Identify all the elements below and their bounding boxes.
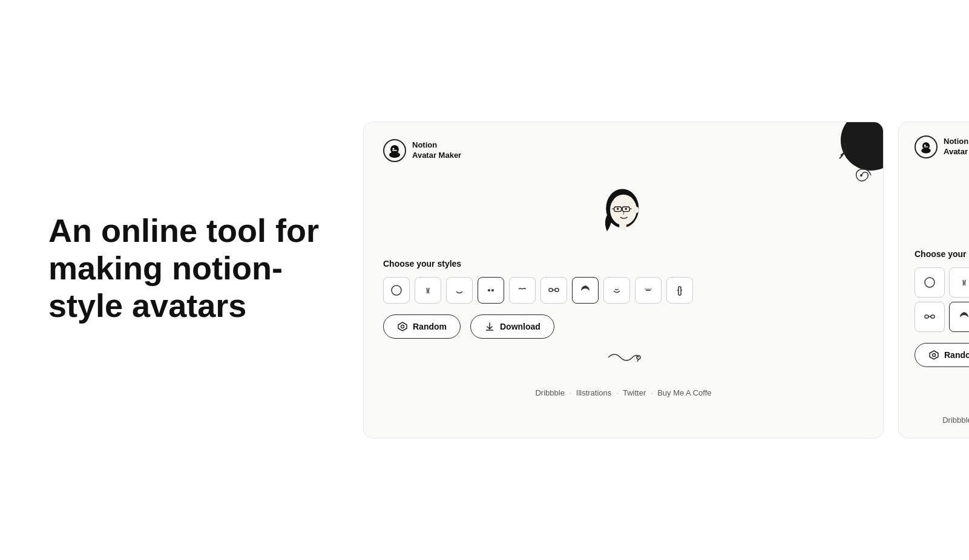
svg-point-0 (841, 122, 883, 171)
style-btn-s-nose[interactable] (949, 267, 969, 298)
svg-point-17 (392, 285, 401, 295)
svg-rect-38 (924, 146, 928, 147)
avatar-display-small (915, 177, 969, 237)
svg-marker-61 (930, 351, 938, 359)
style-btn-mouth[interactable] (446, 277, 473, 304)
svg-rect-53 (925, 315, 928, 318)
styles-label-large: Choose your styles (383, 259, 864, 269)
style-btn-smile[interactable] (603, 277, 630, 304)
random-icon-large (397, 321, 408, 332)
svg-rect-16 (619, 224, 626, 230)
logo-icon-large (383, 139, 406, 162)
footer-illustrations-large[interactable]: Illstrations (576, 388, 612, 397)
avatar-svg-large (590, 180, 657, 247)
swirl-deco-bottom-large (383, 348, 864, 366)
style-btn-nose[interactable] (415, 277, 441, 304)
random-btn-label-small: Random (944, 350, 969, 360)
style-btn-glasses[interactable] (540, 277, 567, 304)
style-btn-ears[interactable] (635, 277, 662, 304)
svg-rect-54 (931, 315, 935, 318)
random-button-large[interactable]: Random (383, 314, 461, 339)
svg-point-1 (860, 174, 862, 177)
footer-large: Dribbble · Illstrations · Twitter · Buy … (383, 388, 864, 397)
card-header-large: Notion Avatar Maker (383, 139, 864, 162)
svg-point-36 (921, 148, 931, 154)
svg-line-32 (637, 359, 639, 362)
svg-rect-20 (549, 288, 553, 291)
action-row-small: Random Download (915, 343, 969, 367)
footer-twitter-large[interactable]: Twitter (623, 388, 646, 397)
svg-point-18 (488, 289, 490, 291)
random-button-small[interactable]: Random (915, 343, 969, 367)
headline-line2: making notion-style avatars (48, 250, 283, 324)
svg-point-37 (924, 145, 926, 146)
svg-marker-28 (398, 322, 407, 331)
large-mockup-card: Notion Avatar Maker (363, 122, 884, 438)
svg-point-62 (933, 354, 936, 357)
styles-label-small: Choose your styles (915, 249, 969, 259)
style-btn-eyebrows[interactable] (509, 277, 536, 304)
action-row-large: Random Download (383, 314, 864, 339)
svg-point-50 (925, 278, 935, 287)
random-btn-label-large: Random (413, 322, 447, 331)
style-grid-large (383, 277, 864, 304)
logo-text-small: Notion Avatar Maker (944, 137, 969, 157)
footer-dribbble-large[interactable]: Dribbble (535, 388, 564, 397)
footer-dribbble-small[interactable]: Dribbble (942, 415, 969, 425)
avatar-display-large (383, 180, 864, 247)
svg-point-15 (635, 207, 639, 213)
download-button-large[interactable]: Download (470, 314, 554, 339)
random-icon-small (928, 350, 939, 360)
style-grid-small (915, 267, 969, 332)
style-btn-s-hair[interactable] (949, 302, 969, 332)
style-btn-face[interactable] (383, 277, 410, 304)
style-btn-eyes[interactable] (478, 277, 504, 304)
logo-icon-small (915, 135, 938, 158)
svg-point-14 (625, 208, 627, 210)
headline-line1: An online tool for (48, 212, 319, 249)
mockups-section: Notion Avatar Maker (363, 122, 969, 438)
svg-rect-5 (392, 150, 397, 151)
download-btn-label-large: Download (500, 322, 540, 331)
svg-rect-21 (555, 288, 559, 291)
svg-point-4 (393, 148, 395, 150)
page-headline: An online tool for making notion-style a… (48, 212, 339, 324)
card-header-small: Notion Avatar Maker (915, 135, 969, 158)
svg-point-3 (389, 152, 400, 158)
footer-buyme-large[interactable]: Buy Me A Coffe (657, 388, 711, 397)
spiral-deco-large (850, 164, 872, 186)
logo-text-large: Notion Avatar Maker (412, 140, 461, 161)
download-icon-large (484, 321, 495, 332)
swirl-deco-bottom-small (915, 377, 969, 394)
style-btn-s-glasses[interactable] (915, 302, 945, 332)
style-btn-hair[interactable] (572, 277, 599, 304)
svg-point-19 (491, 289, 494, 291)
svg-rect-25 (678, 287, 681, 295)
small-mockup-card: Notion Avatar Maker (898, 122, 969, 438)
svg-point-29 (401, 325, 404, 328)
footer-small: Dribbble · Twitter · Buy Me A Coffe (915, 415, 969, 425)
style-btn-s-face[interactable] (915, 267, 945, 298)
svg-point-13 (617, 208, 619, 210)
style-btn-accessories[interactable] (666, 277, 693, 304)
